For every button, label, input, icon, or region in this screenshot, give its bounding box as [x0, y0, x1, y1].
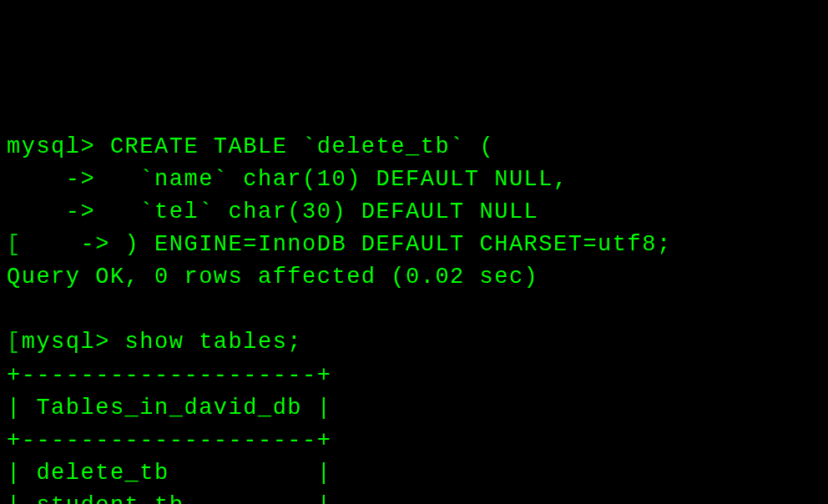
terminal-line: -> ) ENGINE=InnoDB DEFAULT CHARSET=utf8; — [22, 232, 672, 257]
terminal-line: Query OK, 0 rows affected (0.02 sec) — [7, 265, 538, 290]
terminal-line: | Tables_in_david_db | — [7, 396, 331, 421]
terminal-line: | student_tb | — [7, 493, 331, 504]
terminal-line: | delete_tb | — [7, 461, 331, 486]
terminal-line: +--------------------+ — [7, 363, 331, 388]
bracket-char: [ — [7, 330, 22, 355]
bracket-char: [ — [7, 232, 22, 257]
terminal-line: -> `name` char(10) DEFAULT NULL, — [7, 167, 568, 192]
terminal-line: mysql> show tables; — [22, 330, 302, 355]
terminal-line: -> `tel` char(30) DEFAULT NULL — [7, 199, 538, 224]
terminal-line: mysql> CREATE TABLE `delete_tb` ( — [7, 134, 494, 159]
terminal-output: mysql> CREATE TABLE `delete_tb` ( -> `na… — [7, 131, 821, 504]
terminal-line: +--------------------+ — [7, 428, 331, 453]
